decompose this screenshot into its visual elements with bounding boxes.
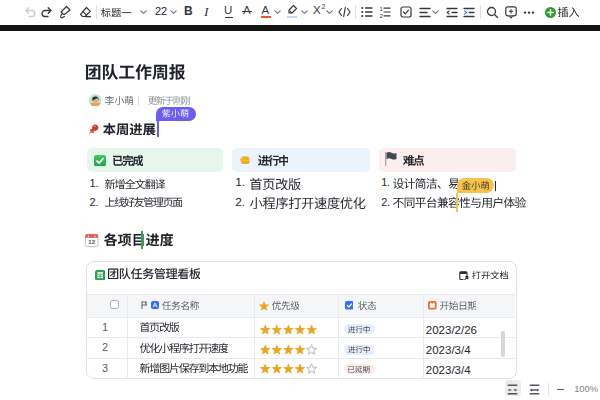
svg-text:1: 1 — [380, 6, 384, 12]
svg-text:2: 2 — [380, 13, 384, 18]
svg-text:A: A — [153, 302, 158, 308]
svg-text:12: 12 — [88, 239, 95, 245]
